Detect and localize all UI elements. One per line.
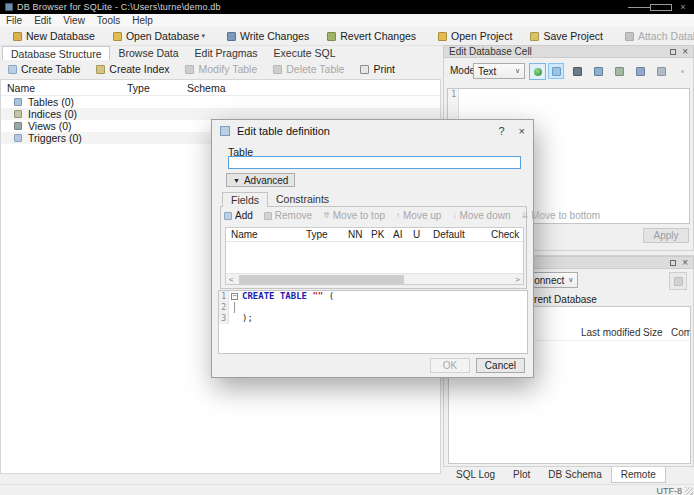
attach-database-button: Attach Database xyxy=(616,27,694,46)
menu-tools[interactable]: Tools xyxy=(91,15,126,26)
text-direction-button[interactable] xyxy=(569,63,585,79)
dot-icon xyxy=(681,70,684,73)
menu-help[interactable]: Help xyxy=(126,15,159,26)
tree-column-schema[interactable]: Schema xyxy=(187,82,226,94)
word-wrap-button[interactable] xyxy=(548,63,564,79)
tab-database-structure[interactable]: Database Structure xyxy=(2,46,110,60)
tab-browse-data[interactable]: Browse Data xyxy=(110,46,186,60)
close-button[interactable]: × xyxy=(672,0,694,14)
tab-remote[interactable]: Remote xyxy=(611,467,666,483)
menu-view[interactable]: View xyxy=(57,15,91,26)
open-database-icon xyxy=(113,32,122,41)
col-default[interactable]: Default xyxy=(433,229,465,240)
column-size[interactable]: Size xyxy=(643,327,662,338)
auto-mode-button[interactable] xyxy=(529,63,546,80)
tab-constraints[interactable]: Constraints xyxy=(268,192,337,207)
remove-field-icon xyxy=(264,212,272,220)
close-panel-icon[interactable]: × xyxy=(682,47,688,57)
create-table-button[interactable]: Create Table xyxy=(0,60,88,79)
col-nn[interactable]: NN xyxy=(348,229,362,240)
menubar: File Edit View Tools Help xyxy=(0,14,694,27)
save-project-button[interactable]: Save Project xyxy=(521,27,612,46)
cancel-button[interactable]: Cancel xyxy=(476,358,525,373)
scroll-left-icon[interactable]: < xyxy=(229,274,234,285)
print-button[interactable]: Print xyxy=(352,60,403,79)
menu-file[interactable]: File xyxy=(0,15,28,26)
undock-icon[interactable] xyxy=(670,49,676,55)
table-name-input[interactable] xyxy=(228,156,521,169)
fields-pane: Add Remove ⇈ Move to top ↑ Move up ↓ Mov… xyxy=(220,206,527,289)
maximize-button[interactable] xyxy=(650,0,672,14)
tree-row-tables[interactable]: Tables (0) xyxy=(1,96,440,108)
import-file-button[interactable] xyxy=(590,63,606,79)
scroll-right-icon[interactable]: > xyxy=(515,274,520,285)
col-name[interactable]: Name xyxy=(231,229,258,240)
export-file-button[interactable] xyxy=(611,63,627,79)
titlebar: DB Browser for SQLite - C:\Users\turne\d… xyxy=(0,0,694,14)
statusbar: UTF-8 xyxy=(0,484,694,495)
move-up-icon: ↑ xyxy=(396,211,400,220)
sql-line-2: 2 xyxy=(219,302,527,313)
minimize-icon xyxy=(628,7,650,8)
create-table-icon xyxy=(8,65,17,74)
write-changes-button[interactable]: Write Changes xyxy=(218,27,318,46)
remote-refresh-button[interactable] xyxy=(669,272,687,290)
move-to-top-button: ⇈ Move to top xyxy=(323,210,385,221)
undock-icon[interactable] xyxy=(670,260,676,266)
col-pk[interactable]: PK xyxy=(371,229,384,240)
open-project-icon xyxy=(438,32,447,41)
open-project-button[interactable]: Open Project xyxy=(429,27,521,46)
column-last-modified[interactable]: Last modified xyxy=(581,327,640,338)
attach-database-icon xyxy=(625,32,634,41)
horizontal-scrollbar[interactable]: < > xyxy=(226,273,523,284)
close-panel-icon[interactable]: × xyxy=(682,258,688,268)
word-wrap-icon xyxy=(552,67,561,76)
edit-table-definition-dialog: Edit table definition ? × Table ▼ Advanc… xyxy=(211,119,534,378)
scrollbar-thumb[interactable] xyxy=(239,275,404,284)
tree-column-type[interactable]: Type xyxy=(127,82,150,94)
set-null-button[interactable] xyxy=(632,63,648,79)
advanced-button[interactable]: ▼ Advanced xyxy=(226,173,295,187)
mode-select[interactable]: Text ∨ xyxy=(473,63,525,79)
new-database-button[interactable]: New Database xyxy=(4,27,104,46)
col-type[interactable]: Type xyxy=(306,229,328,240)
tab-db-schema[interactable]: DB Schema xyxy=(539,467,610,482)
move-up-button: ↑ Move up xyxy=(396,210,441,221)
fullscreen-button[interactable] xyxy=(653,63,669,79)
tree-column-name[interactable]: Name xyxy=(7,82,35,94)
dialog-close-icon: × xyxy=(519,125,525,137)
sql-preview[interactable]: 1 − CREATE TABLE "" ( 2 3 ); xyxy=(218,290,528,354)
dialog-help-button[interactable]: ? xyxy=(498,125,504,137)
create-index-button[interactable]: Create Index xyxy=(88,60,177,79)
resize-grip-icon[interactable] xyxy=(685,487,693,495)
open-database-button[interactable]: Open Database ▾ xyxy=(104,27,214,46)
dialog-close-button[interactable]: × xyxy=(519,125,525,137)
menu-edit[interactable]: Edit xyxy=(28,15,57,26)
fields-table[interactable]: Name Type NN PK AI U Default Check < > xyxy=(225,227,524,285)
tab-sql-log[interactable]: SQL Log xyxy=(447,467,504,482)
minimize-button[interactable] xyxy=(628,0,650,14)
edit-cell-title: Edit Database Cell xyxy=(449,46,532,57)
fold-marker-icon[interactable]: − xyxy=(231,293,238,300)
tab-plot[interactable]: Plot xyxy=(504,467,539,482)
revert-changes-button[interactable]: Revert Changes xyxy=(318,27,425,46)
col-ai[interactable]: AI xyxy=(393,229,402,240)
add-field-icon xyxy=(224,212,232,220)
set-null-icon xyxy=(636,67,645,76)
tab-fields[interactable]: Fields xyxy=(222,192,268,207)
open-database-dropdown-icon[interactable]: ▾ xyxy=(201,32,205,40)
maximize-icon xyxy=(650,4,672,11)
encoding-indicator[interactable]: UTF-8 xyxy=(657,486,683,495)
fullscreen-icon xyxy=(657,67,666,76)
edit-cell-mode-row: Mode: Text ∨ xyxy=(444,60,694,80)
tab-edit-pragmas[interactable]: Edit Pragmas xyxy=(187,46,266,60)
add-field-button[interactable]: Add xyxy=(224,210,253,221)
col-check[interactable]: Check xyxy=(491,229,519,240)
column-commit[interactable]: Commit xyxy=(671,327,691,338)
main-tabbar: Database Structure Browse Data Edit Prag… xyxy=(2,46,343,60)
separator-dot xyxy=(674,63,690,79)
delete-table-icon xyxy=(273,65,282,74)
col-u[interactable]: U xyxy=(413,229,420,240)
tab-execute-sql[interactable]: Execute SQL xyxy=(266,46,344,60)
dock-tabbar: SQL Log Plot DB Schema Remote xyxy=(443,467,666,483)
